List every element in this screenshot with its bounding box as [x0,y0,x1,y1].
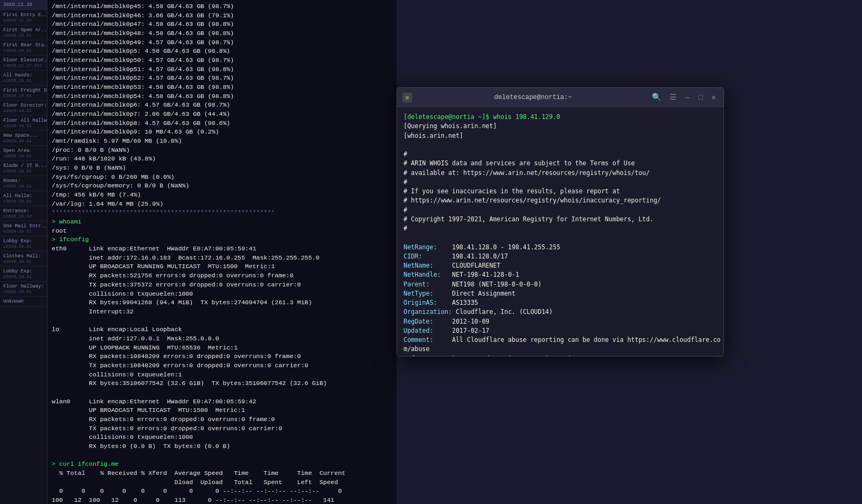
sidebar-item-15[interactable]: One Mail Entr... v2020.10.51 [0,221,47,236]
sidebar-item-9[interactable]: New Space... v2020.10.51 [0,131,47,146]
sidebar-item-date[interactable]: 2020.11.26 [0,0,47,10]
overlay-title: deletescape@nortia:~ [416,94,650,101]
sidebar-item-13[interactable]: All Hallm: v2020.10.51 [0,191,47,206]
sidebar-item-5[interactable]: All Hands: v2020.10.51 [0,71,47,86]
sidebar-item-18[interactable]: Lobby Exp: v2020.10.51 [0,267,47,282]
sidebar-item-4[interactable]: Floor Elevator... v2020.12.17.642 [0,55,47,71]
terminal-output: /mnt/internal/mmcblk0p45: 4.58 GB/4.63 G… [52,2,392,504]
sidebar-item-8[interactable]: Floor All Hallw... v2020.10.51 [0,116,47,131]
sidebar-item-19[interactable]: Floor Hallway: v2020.10.51 [0,282,47,297]
search-icon[interactable]: 🔍 [650,92,663,103]
overlay-terminal-content: [deletescape@nortia ~]$ whois 198.41.129… [404,113,717,356]
sidebar-item-1[interactable]: First Entry E... v2020.11.26 [0,10,47,25]
sidebar-item-6[interactable]: First Freight Di... v2020.10.51 [0,86,47,101]
sidebar: 2020.11.26 First Entry E... v2020.11.26 … [0,0,47,504]
sidebar-item-10[interactable]: Open Area v2020.10.51 [0,146,47,161]
menu-icon[interactable]: ☰ [668,92,679,103]
close-icon[interactable]: ✕ [710,92,718,103]
sidebar-item-3[interactable]: First Rear Sta... v2020.10.51 [0,40,47,55]
sidebar-item-2[interactable]: First Open Ar... v2020.10.51 [0,25,47,40]
sidebar-item-unknown[interactable]: Unknown [0,297,47,307]
sidebar-item-7[interactable]: Floor Director: v2020.10.51 [0,101,47,116]
overlay-terminal-body[interactable]: [deletescape@nortia ~]$ whois 198.41.129… [397,107,724,356]
sidebar-item-16[interactable]: Lobby Exp: v2020.10.51 [0,236,47,251]
maximize-icon[interactable]: □ [696,92,705,103]
sidebar-item-14[interactable]: Entrance: v2020.10.51 [0,206,47,221]
main-terminal[interactable]: /mnt/internal/mmcblk0p45: 4.58 GB/4.63 G… [47,0,397,504]
overlay-titlebar: ▣ deletescape@nortia:~ 🔍 ☰ — □ ✕ [397,88,724,107]
overlay-window-controls: 🔍 ☰ — □ ✕ [650,92,718,103]
sidebar-item-12[interactable]: Rooms: v2020.10.51 [0,176,47,191]
terminal-icon: ▣ [402,93,412,102]
minimize-icon[interactable]: — [683,92,692,103]
sidebar-item-17[interactable]: Clothes Mall: v2020.10.51 [0,251,47,267]
sidebar-item-11[interactable]: Bladm / IT R... v2020.10.51 [0,161,47,176]
overlay-terminal-window: ▣ deletescape@nortia:~ 🔍 ☰ — □ ✕ [delete… [397,87,724,356]
